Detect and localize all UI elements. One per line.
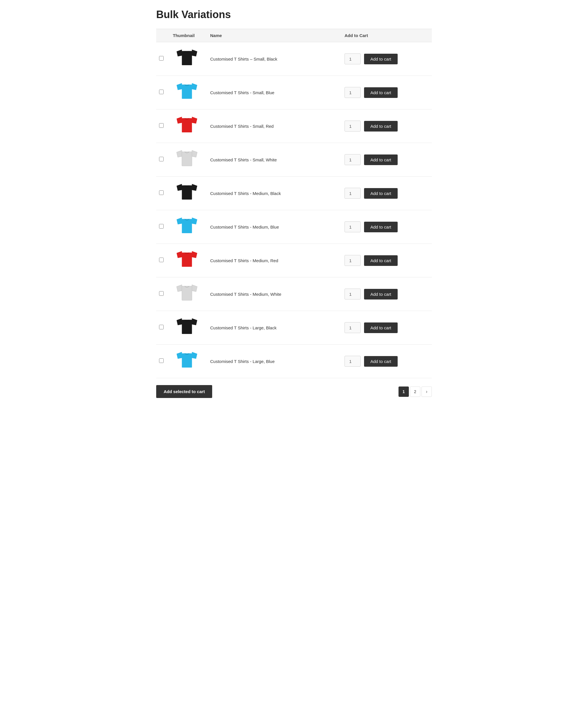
product-name-5: Customised T Shirts - Medium, Black: [210, 191, 281, 196]
table-row: Customised T Shirts - Medium, White Add …: [156, 277, 432, 311]
addtocart-controls-1: Add to cart: [344, 54, 427, 64]
product-checkbox-6[interactable]: [159, 224, 164, 229]
pagination-page-2[interactable]: 2: [410, 386, 420, 397]
product-checkbox-2[interactable]: [159, 90, 164, 94]
qty-input-4[interactable]: [344, 154, 361, 165]
addtocart-controls-4: Add to cart: [344, 154, 427, 165]
product-thumbnail-3: [175, 133, 198, 138]
table-row: Customised T Shirts - Large, Blue Add to…: [156, 344, 432, 378]
addtocart-controls-2: Add to cart: [344, 87, 427, 98]
row-checkbox-cell: [156, 210, 168, 244]
product-thumbnail-1: [175, 66, 198, 71]
svg-rect-11: [182, 152, 192, 166]
product-name-3: Customised T Shirts - Small, Red: [210, 124, 274, 129]
addtocart-controls-10: Add to cart: [344, 356, 427, 367]
page-wrapper: Bulk Variations Thumbnail Name Add to Ca…: [150, 0, 438, 409]
product-checkbox-3[interactable]: [159, 123, 164, 128]
row-checkbox-cell: [156, 42, 168, 76]
add-selected-button[interactable]: Add selected to cart: [156, 385, 212, 398]
svg-rect-5: [182, 84, 192, 99]
table-row: Customised T Shirts - Small, Red Add to …: [156, 109, 432, 143]
qty-input-6[interactable]: [344, 222, 361, 232]
row-thumbnail-cell: [168, 210, 206, 244]
add-to-cart-button-7[interactable]: Add to cart: [364, 255, 398, 266]
qty-input-5[interactable]: [344, 188, 361, 199]
svg-marker-13: [191, 184, 197, 191]
product-checkbox-1[interactable]: [159, 56, 164, 61]
pagination-next-button[interactable]: ›: [421, 386, 432, 397]
row-checkbox-cell: [156, 244, 168, 277]
col-header-addtocart: Add to Cart: [340, 29, 432, 42]
product-checkbox-10[interactable]: [159, 358, 164, 363]
row-addtocart-cell: Add to cart: [340, 143, 432, 176]
row-addtocart-cell: Add to cart: [340, 277, 432, 311]
svg-marker-21: [176, 285, 182, 292]
add-to-cart-button-9[interactable]: Add to cart: [364, 322, 398, 333]
svg-rect-17: [182, 219, 192, 233]
add-to-cart-button-2[interactable]: Add to cart: [364, 87, 398, 98]
row-thumbnail-cell: [168, 176, 206, 210]
pagination-page-1[interactable]: 1: [399, 386, 409, 397]
row-addtocart-cell: Add to cart: [340, 344, 432, 378]
add-to-cart-button-5[interactable]: Add to cart: [364, 188, 398, 199]
row-addtocart-cell: Add to cart: [340, 311, 432, 344]
row-thumbnail-cell: [168, 143, 206, 176]
qty-input-8[interactable]: [344, 289, 361, 299]
svg-rect-29: [182, 353, 192, 367]
addtocart-controls-6: Add to cart: [344, 222, 427, 232]
row-checkbox-cell: [156, 176, 168, 210]
table-row: Customised T Shirts - Medium, Blue Add t…: [156, 210, 432, 244]
qty-input-10[interactable]: [344, 356, 361, 367]
qty-input-3[interactable]: [344, 121, 361, 131]
product-thumbnail-2: [175, 99, 198, 104]
add-to-cart-button-3[interactable]: Add to cart: [364, 121, 398, 131]
row-name-cell: Customised T Shirts - Small, Blue: [206, 76, 340, 109]
qty-input-2[interactable]: [344, 87, 361, 98]
col-header-name: Name: [206, 29, 340, 42]
row-name-cell: Customised T Shirts - Large, Blue: [206, 344, 340, 378]
product-checkbox-5[interactable]: [159, 190, 164, 195]
row-checkbox-cell: [156, 76, 168, 109]
pagination: 1 2 ›: [399, 386, 432, 397]
add-to-cart-button-8[interactable]: Add to cart: [364, 289, 398, 299]
products-table: Thumbnail Name Add to Cart: [156, 29, 432, 378]
svg-marker-7: [191, 117, 197, 124]
product-thumbnail-10: [175, 368, 198, 373]
qty-input-9[interactable]: [344, 322, 361, 333]
row-name-cell: Customised T Shirts - Medium, Blue: [206, 210, 340, 244]
addtocart-controls-3: Add to cart: [344, 121, 427, 131]
product-thumbnail-7: [175, 267, 198, 272]
product-checkbox-8[interactable]: [159, 291, 164, 296]
product-name-2: Customised T Shirts - Small, Blue: [210, 90, 274, 95]
product-rows: Customised T Shirts – Small, Black Add t…: [156, 42, 432, 378]
product-thumbnail-8: [175, 301, 198, 306]
svg-marker-12: [176, 184, 182, 191]
qty-input-7[interactable]: [344, 255, 361, 266]
svg-marker-4: [191, 83, 197, 90]
product-thumbnail-9: [175, 335, 198, 339]
row-name-cell: Customised T Shirts - Small, Red: [206, 109, 340, 143]
row-checkbox-cell: [156, 109, 168, 143]
product-checkbox-4[interactable]: [159, 157, 164, 161]
add-to-cart-button-4[interactable]: Add to cart: [364, 154, 398, 165]
col-header-thumbnail: Thumbnail: [168, 29, 206, 42]
row-checkbox-cell: [156, 344, 168, 378]
svg-marker-27: [176, 352, 182, 359]
row-thumbnail-cell: [168, 311, 206, 344]
row-name-cell: Customised T Shirts - Medium, Black: [206, 176, 340, 210]
row-addtocart-cell: Add to cart: [340, 244, 432, 277]
add-to-cart-button-6[interactable]: Add to cart: [364, 222, 398, 232]
svg-marker-25: [191, 318, 197, 325]
page-title: Bulk Variations: [156, 8, 432, 21]
product-name-9: Customised T Shirts - Large, Black: [210, 325, 276, 330]
product-name-1: Customised T Shirts – Small, Black: [210, 57, 277, 61]
table-row: Customised T Shirts - Medium, Red Add to…: [156, 244, 432, 277]
product-checkbox-7[interactable]: [159, 257, 164, 262]
qty-input-1[interactable]: [344, 54, 361, 64]
product-checkbox-9[interactable]: [159, 325, 164, 329]
table-row: Customised T Shirts - Medium, Black Add …: [156, 176, 432, 210]
table-row: Customised T Shirts - Small, Blue Add to…: [156, 76, 432, 109]
row-checkbox-cell: [156, 311, 168, 344]
add-to-cart-button-10[interactable]: Add to cart: [364, 356, 398, 367]
add-to-cart-button-1[interactable]: Add to cart: [364, 54, 398, 64]
